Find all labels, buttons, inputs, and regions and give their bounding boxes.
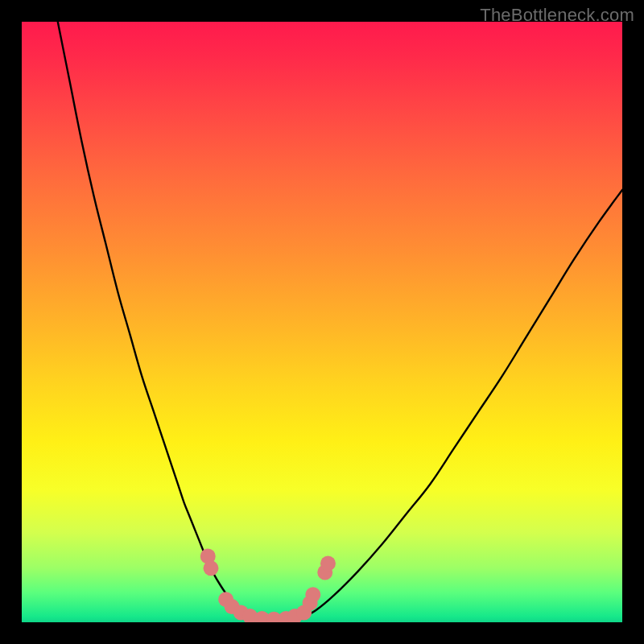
plot-area <box>22 22 622 622</box>
chart-frame: TheBottleneck.com <box>0 0 644 644</box>
watermark-text: TheBottleneck.com <box>480 5 634 26</box>
curve-layer <box>22 22 622 622</box>
bottleneck-curve <box>58 22 622 621</box>
data-marker <box>203 560 218 576</box>
data-marker <box>305 587 320 602</box>
data-marker <box>320 555 336 571</box>
